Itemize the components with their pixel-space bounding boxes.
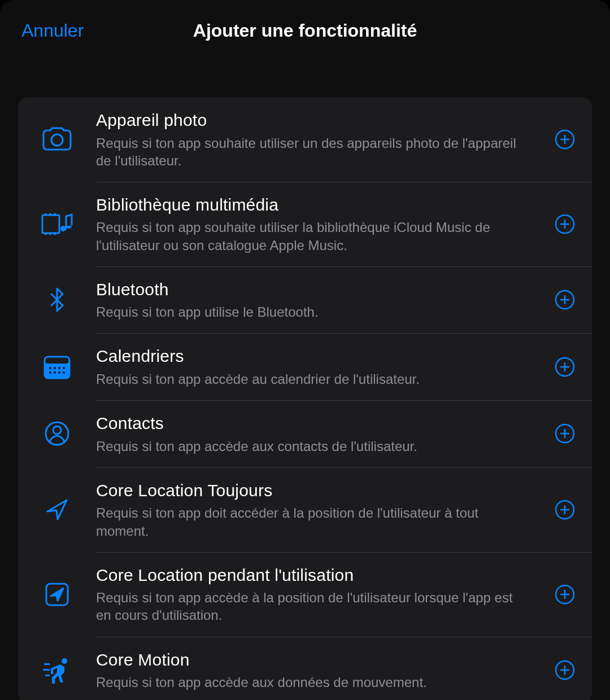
capability-row-media-library[interactable]: Bibliothèque multimédia Requis si ton ap… — [18, 182, 592, 266]
capability-desc: Requis si ton app accède à la position d… — [96, 589, 525, 624]
capability-text: Bibliothèque multimédia Requis si ton ap… — [96, 194, 550, 254]
capability-title: Appareil photo — [96, 110, 539, 131]
svg-rect-7 — [54, 213, 56, 216]
add-button[interactable] — [550, 352, 580, 382]
capability-row-contacts[interactable]: Contacts Requis si ton app accède aux co… — [18, 400, 592, 467]
capability-desc: Requis si ton app utilise le Bluetooth. — [96, 303, 525, 321]
calendar-icon — [18, 355, 96, 379]
svg-point-27 — [63, 371, 65, 374]
capability-desc: Requis si ton app doit accéder à la posi… — [96, 504, 525, 539]
cancel-button[interactable]: Annuler — [21, 20, 84, 41]
capability-row-camera[interactable]: Appareil photo Requis si ton app souhait… — [18, 97, 592, 182]
capability-row-bluetooth[interactable]: Bluetooth Requis si ton app utilise le B… — [18, 266, 592, 334]
add-button[interactable] — [550, 125, 580, 154]
capability-title: Contacts — [96, 413, 539, 434]
svg-point-26 — [58, 371, 60, 374]
capability-desc: Requis si ton app accède aux données de … — [96, 673, 525, 691]
add-button[interactable] — [550, 285, 580, 314]
capability-text: Appareil photo Requis si ton app souhait… — [96, 110, 550, 169]
plus-circle-icon — [555, 500, 575, 520]
contacts-icon — [18, 420, 96, 447]
svg-rect-10 — [54, 233, 56, 235]
plus-circle-icon — [555, 423, 575, 444]
plus-circle-icon — [555, 214, 575, 234]
sheet-header: Annuler Ajouter une fonctionnalité — [0, 0, 610, 61]
svg-point-20 — [49, 367, 51, 369]
capability-title: Core Location pendant l'utilisation — [96, 565, 539, 586]
capability-list-container: Appareil photo Requis si ton app souhait… — [0, 61, 610, 700]
capability-text: Calendriers Requis si ton app accède au … — [96, 345, 550, 388]
svg-rect-44 — [44, 663, 50, 665]
plus-circle-icon — [555, 660, 575, 680]
svg-rect-6 — [49, 213, 51, 216]
sheet-title: Ajouter une fonctionnalité — [193, 20, 417, 41]
add-button[interactable] — [550, 580, 580, 609]
capability-desc: Requis si ton app souhaite utiliser la b… — [96, 218, 525, 253]
svg-rect-18 — [45, 357, 69, 364]
plus-circle-icon — [555, 584, 575, 605]
bluetooth-icon — [18, 286, 96, 313]
capability-text: Core Motion Requis si ton app accède aux… — [96, 649, 550, 692]
svg-point-32 — [53, 426, 61, 434]
capability-title: Bluetooth — [96, 279, 539, 300]
add-button[interactable] — [550, 495, 580, 524]
svg-rect-4 — [42, 215, 59, 233]
svg-rect-46 — [45, 675, 50, 676]
capability-row-core-location-always[interactable]: Core Location Toujours Requis si ton app… — [18, 467, 592, 552]
capability-text: Contacts Requis si ton app accède aux co… — [96, 413, 550, 455]
capability-row-core-location-when-in-use[interactable]: Core Location pendant l'utilisation Requ… — [18, 552, 592, 637]
capability-row-core-motion[interactable]: Core Motion Requis si ton app accède aux… — [18, 637, 592, 700]
media-library-icon — [18, 212, 96, 237]
svg-point-21 — [54, 367, 56, 369]
camera-icon — [18, 127, 96, 152]
capability-title: Core Location Toujours — [96, 480, 539, 501]
add-capability-sheet: Annuler Ajouter une fonctionnalité Appar… — [0, 0, 610, 700]
add-button[interactable] — [550, 419, 580, 448]
svg-rect-8 — [45, 233, 47, 235]
capability-desc: Requis si ton app accède au calendrier d… — [96, 370, 525, 388]
add-button[interactable] — [550, 655, 580, 685]
svg-rect-45 — [43, 669, 50, 671]
svg-point-0 — [51, 134, 63, 146]
svg-rect-9 — [49, 233, 51, 235]
capability-desc: Requis si ton app accède aux contacts de… — [96, 438, 525, 455]
plus-circle-icon — [555, 129, 575, 150]
svg-point-25 — [54, 371, 56, 374]
plus-circle-icon — [555, 290, 575, 310]
motion-icon — [18, 657, 96, 684]
svg-point-43 — [62, 658, 67, 664]
capability-text: Core Location pendant l'utilisation Requ… — [96, 565, 550, 624]
capability-title: Bibliothèque multimédia — [96, 194, 539, 216]
capability-text: Bluetooth Requis si ton app utilise le B… — [96, 279, 550, 321]
plus-circle-icon — [555, 357, 575, 377]
location-square-icon — [18, 581, 96, 607]
svg-rect-5 — [45, 213, 47, 216]
svg-point-22 — [58, 367, 60, 369]
location-arrow-icon — [18, 497, 96, 523]
capability-row-calendars[interactable]: Calendriers Requis si ton app accède au … — [18, 333, 592, 400]
svg-point-23 — [63, 367, 65, 369]
capability-title: Calendriers — [96, 345, 539, 367]
capability-text: Core Location Toujours Requis si ton app… — [96, 480, 550, 540]
svg-point-24 — [49, 371, 51, 374]
capability-title: Core Motion — [96, 649, 539, 671]
capability-desc: Requis si ton app souhaite utiliser un d… — [96, 134, 525, 169]
capability-list: Appareil photo Requis si ton app souhait… — [18, 97, 592, 700]
add-button[interactable] — [550, 209, 580, 239]
